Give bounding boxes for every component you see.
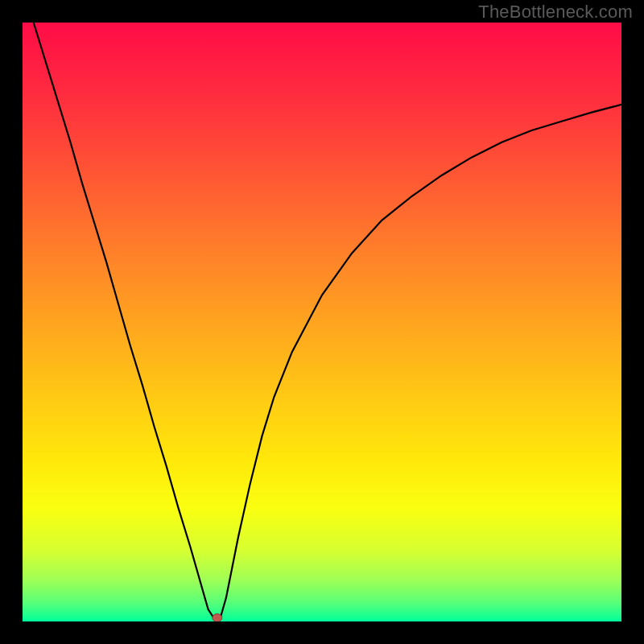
minimum-marker <box>213 614 222 621</box>
chart-frame: TheBottleneck.com <box>0 0 644 644</box>
gradient-background <box>23 23 621 621</box>
plot-area <box>23 23 621 621</box>
chart-svg <box>23 23 621 621</box>
watermark-text: TheBottleneck.com <box>478 2 633 23</box>
